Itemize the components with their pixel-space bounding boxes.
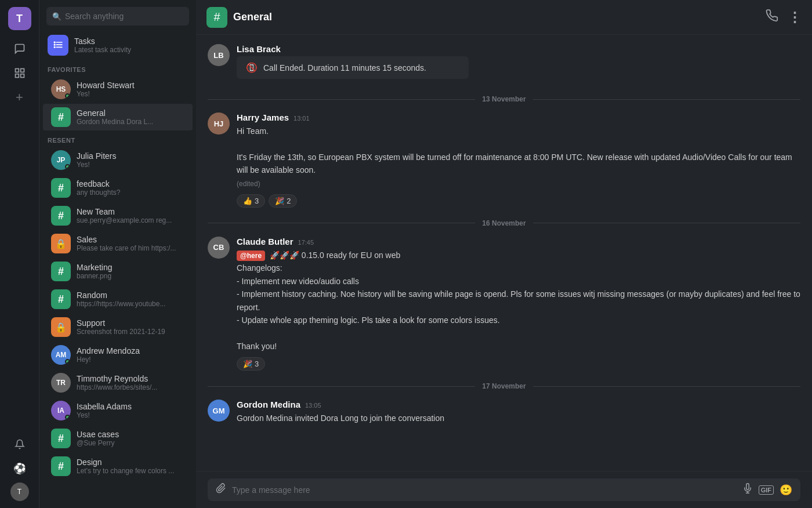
at-here-badge[interactable]: @here <box>237 251 265 261</box>
general-icon: # <box>51 107 71 127</box>
julia-sub: Yes! <box>77 161 116 169</box>
sidebar-item-usecases[interactable]: # Usae cases @Sue Perry <box>43 425 193 452</box>
reaction-party2[interactable]: 🎉 3 <box>237 357 265 371</box>
tasks-name: Tasks <box>74 37 131 46</box>
julia-avatar: JP <box>51 150 71 170</box>
isabella-sub: Yes! <box>77 411 132 419</box>
resent-label: RESENT <box>39 131 196 146</box>
main-chat: # General ⋮ LB Lisa Brack 📵 Call Ended <box>196 0 812 508</box>
mic-icon[interactable] <box>742 483 753 496</box>
sidebar-item-general[interactable]: # General Gordon Medina Dora L... <box>43 104 193 130</box>
tasks-text: Tasks Latest task activity <box>74 37 131 54</box>
gordon-header: Gordon Medina 13:05 <box>237 400 800 409</box>
andrew-avatar: AM <box>51 345 71 365</box>
harry-author: Harry James <box>237 113 289 122</box>
channel-hash-icon: # <box>206 7 227 28</box>
nav-add-icon[interactable]: + <box>9 87 30 108</box>
search-input[interactable] <box>46 7 189 26</box>
support-name: Support <box>77 318 165 328</box>
gordon-message-row: GM Gordon Medina 13:05 Gordon Medina inv… <box>208 400 800 424</box>
separator-line-left <box>208 99 475 100</box>
claude-author: Claude Butler <box>237 237 293 246</box>
sidebar-item-timmothy[interactable]: TR Timmothy Reynolds https://www.forbes/… <box>43 369 193 396</box>
howard-avatar: HS <box>51 79 71 99</box>
nav-chat-icon[interactable] <box>9 38 30 59</box>
favorites-label: FAVORITES <box>39 60 196 75</box>
sidebar-item-howard[interactable]: HS Howard Stewart Yes! <box>43 76 193 103</box>
svg-rect-1 <box>20 69 24 72</box>
phone-icon[interactable] <box>766 9 778 25</box>
lisa-author: Lisa Brack <box>237 44 281 54</box>
lisa-content: Lisa Brack 📵 Call Ended. Duration 11 min… <box>237 44 800 84</box>
date-16nov: 16 November <box>482 219 525 227</box>
newteam-icon: # <box>51 206 71 226</box>
sales-icon: 🔒 <box>51 234 71 253</box>
marketing-name: Marketing <box>77 263 112 272</box>
sidebar-item-feedback[interactable]: # feedback any thoughts? <box>43 175 193 201</box>
sidebar-item-isabella[interactable]: IA Isabella Adams Yes! <box>43 397 193 424</box>
claude-avatar: CB <box>208 237 230 259</box>
input-area: GIF 🙂 <box>196 471 812 508</box>
gordon-text: Gordon Medina invited Dora Long to join … <box>237 412 800 424</box>
sidebar: 🔍 Tasks Latest task activity FAVORITES H… <box>39 0 196 508</box>
tasks-subtitle: Latest task activity <box>74 46 131 54</box>
sidebar-item-support[interactable]: 🔒 Support Screenshot from 2021-12-19 <box>43 314 193 340</box>
isabella-name: Isabella Adams <box>77 402 132 411</box>
separator-line-right <box>533 99 800 100</box>
date-17nov: 17 November <box>482 382 525 390</box>
chat-header-right: ⋮ <box>766 9 802 26</box>
separator-line-right-2 <box>533 223 800 223</box>
tasks-item[interactable]: Tasks Latest task activity <box>39 30 196 60</box>
nav-grid-icon[interactable] <box>9 63 30 84</box>
attach-icon[interactable] <box>216 483 226 496</box>
search-icon: 🔍 <box>52 12 61 21</box>
message-input[interactable] <box>232 485 737 495</box>
harry-content: Harry James 13:01 Hi Team. It's Friday t… <box>237 113 800 208</box>
harry-header: Harry James 13:01 <box>237 113 800 122</box>
howard-text: Howard Stewart Yes! <box>77 81 135 98</box>
call-end-icon: 📵 <box>246 62 258 73</box>
claude-header: Claude Butler 17:45 <box>237 237 800 246</box>
isabella-avatar: IA <box>51 401 71 420</box>
claude-reactions: 🎉 3 <box>237 357 800 371</box>
date-separator-17nov: 17 November <box>208 382 800 390</box>
gordon-author: Gordon Medina <box>237 400 300 409</box>
sidebar-item-newteam[interactable]: # New Team sue.perry@example.com reg... <box>43 202 193 229</box>
sidebar-item-andrew[interactable]: AM Andrew Mendoza Hey! <box>43 342 193 368</box>
general-sub: Gordon Medina Dora L... <box>77 118 153 126</box>
design-name: Design <box>77 458 174 467</box>
nav-soccer-icon[interactable]: ⚽ <box>9 458 30 479</box>
sidebar-item-design[interactable]: # Design Let's try to change few colors … <box>43 453 193 480</box>
reaction-party[interactable]: 🎉 2 <box>269 194 297 208</box>
sidebar-item-random[interactable]: # Random https://https://www.youtube... <box>43 286 193 313</box>
current-user-avatar[interactable]: T <box>10 482 29 501</box>
feedback-icon: # <box>51 178 71 198</box>
input-box: GIF 🙂 <box>208 478 800 501</box>
sidebar-item-marketing[interactable]: # Marketing banner.png <box>43 258 193 285</box>
support-sub: Screenshot from 2021-12-19 <box>77 328 165 336</box>
emoji-icon[interactable]: 🙂 <box>780 484 792 496</box>
usecases-icon: # <box>51 429 71 448</box>
more-options-icon[interactable]: ⋮ <box>788 9 802 26</box>
harry-text: Hi Team. It's Friday the 13th, so Europe… <box>237 125 800 190</box>
gif-icon[interactable]: GIF <box>759 485 774 495</box>
workspace-icon[interactable]: T <box>8 7 31 30</box>
marketing-sub: banner.png <box>77 272 112 280</box>
gordon-content: Gordon Medina 13:05 Gordon Medina invite… <box>237 400 800 424</box>
date-separator-13nov: 13 November <box>208 95 800 103</box>
claude-content: Claude Butler 17:45 @here 🚀🚀🚀 0.15.0 rea… <box>237 237 800 371</box>
howard-name: Howard Stewart <box>77 81 135 90</box>
messages-area[interactable]: LB Lisa Brack 📵 Call Ended. Duration 11 … <box>196 35 812 471</box>
sidebar-item-julia[interactable]: JP Julia Piters Yes! <box>43 147 193 173</box>
separator-line-left-3 <box>208 386 475 387</box>
harry-avatar: HJ <box>208 113 230 135</box>
newteam-sub: sue.perry@example.com reg... <box>77 216 172 224</box>
tasks-icon <box>48 35 68 56</box>
sidebar-item-sales[interactable]: 🔒 Sales Please take care of him https:/.… <box>43 230 193 257</box>
claude-text: @here 🚀🚀🚀 0.15.0 ready for EU on web Cha… <box>237 249 800 353</box>
svg-rect-0 <box>15 69 19 72</box>
nav-bell-icon[interactable] <box>9 434 30 455</box>
harry-reactions: 👍 3 🎉 2 <box>237 194 800 208</box>
reaction-thumbsup[interactable]: 👍 3 <box>237 194 265 208</box>
random-name: Random <box>77 291 165 300</box>
